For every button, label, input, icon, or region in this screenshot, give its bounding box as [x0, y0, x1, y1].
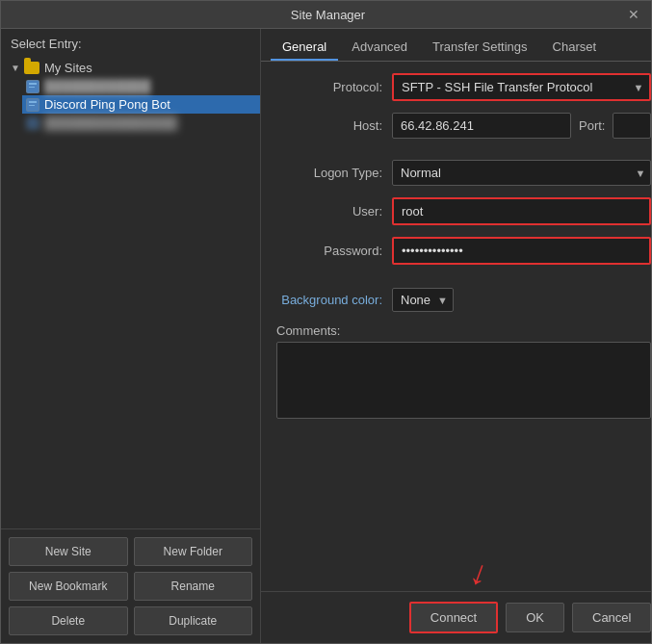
svg-rect-1	[29, 83, 37, 85]
logon-type-label: Logon Type:	[276, 166, 392, 180]
logon-type-select[interactable]: Normal	[392, 160, 651, 186]
tabs: General Advanced Transfer Settings Chars…	[261, 29, 651, 62]
rename-button[interactable]: Rename	[134, 572, 253, 601]
port-input[interactable]	[613, 113, 651, 139]
svg-rect-5	[29, 105, 35, 106]
user-row: User:	[276, 197, 651, 225]
tab-advanced[interactable]: Advanced	[340, 35, 419, 61]
svg-rect-2	[29, 87, 35, 88]
password-label: Password:	[276, 244, 392, 258]
duplicate-button[interactable]: Duplicate	[134, 606, 253, 635]
new-folder-button[interactable]: New Folder	[134, 537, 253, 566]
select-entry-label: Select Entry:	[1, 29, 260, 55]
svg-rect-4	[29, 101, 37, 103]
folder-icon	[24, 62, 39, 74]
bg-color-select[interactable]: None	[392, 288, 454, 312]
bottom-bar: ↓ Connect OK Cancel	[261, 591, 651, 643]
comments-label: Comments:	[276, 323, 651, 338]
site-icon-2	[26, 116, 39, 130]
tree-folder-mysites[interactable]: ▼ My Sites	[1, 59, 260, 77]
protocol-label: Protocol:	[276, 80, 392, 94]
port-label: Port:	[579, 118, 605, 133]
protocol-select-wrapper: SFTP - SSH File Transfer Protocol ▼	[392, 73, 651, 101]
close-button[interactable]: ✕	[626, 7, 641, 22]
comments-section: Comments:	[276, 323, 651, 422]
logon-type-row: Logon Type: Normal ▼	[276, 160, 651, 186]
dialog-title: Site Manager	[30, 8, 626, 22]
new-bookmark-button[interactable]: New Bookmark	[9, 572, 128, 601]
user-input[interactable]	[392, 197, 651, 225]
tree-site-2[interactable]: ███████████████	[22, 114, 260, 132]
main-content: Select Entry: ▼ My Sites ████████████	[1, 29, 651, 643]
left-buttons: New Site New Folder New Bookmark Rename …	[1, 528, 260, 643]
tree-child-area: ████████████ Discord Ping Pong Bot	[22, 77, 260, 132]
bg-color-wrapper: None ▼	[392, 288, 454, 312]
folder-name: My Sites	[44, 61, 92, 75]
password-row: Password:	[276, 237, 651, 265]
bg-color-row: Background color: None ▼	[276, 288, 651, 312]
site-1-name: ████████████	[44, 79, 151, 93]
tab-charset[interactable]: Charset	[541, 35, 609, 61]
ok-button[interactable]: OK	[506, 603, 564, 632]
form-area: Protocol: SFTP - SSH File Transfer Proto…	[261, 62, 651, 591]
site-discord-name: Discord Ping Pong Bot	[44, 97, 170, 112]
left-panel: Select Entry: ▼ My Sites ████████████	[1, 29, 261, 643]
password-input[interactable]	[392, 237, 651, 265]
host-row: Host: Port:	[276, 113, 651, 139]
tree-site-discord[interactable]: Discord Ping Pong Bot	[22, 95, 260, 114]
connect-button[interactable]: Connect	[409, 602, 498, 633]
host-port-group: Port:	[392, 113, 651, 139]
right-panel: General Advanced Transfer Settings Chars…	[261, 29, 651, 643]
new-site-button[interactable]: New Site	[9, 537, 128, 566]
site-icon-discord	[26, 98, 39, 112]
tree-site-1[interactable]: ████████████	[22, 77, 260, 95]
user-label: User:	[276, 204, 392, 219]
site-icon-1	[26, 80, 39, 93]
delete-button[interactable]: Delete	[9, 606, 128, 635]
protocol-select[interactable]: SFTP - SSH File Transfer Protocol	[394, 75, 649, 99]
folder-arrow: ▼	[11, 63, 20, 73]
logon-type-wrapper: Normal ▼	[392, 160, 651, 186]
host-label: Host:	[276, 118, 392, 133]
protocol-row: Protocol: SFTP - SSH File Transfer Proto…	[276, 73, 651, 101]
cancel-button[interactable]: Cancel	[572, 603, 651, 632]
host-input[interactable]	[392, 113, 571, 139]
svg-rect-6	[27, 117, 39, 129]
titlebar: Site Manager ✕	[1, 1, 651, 29]
site-2-name: ███████████████	[44, 116, 177, 130]
tab-general[interactable]: General	[271, 35, 338, 61]
tab-transfer-settings[interactable]: Transfer Settings	[421, 35, 539, 61]
comments-textarea[interactable]	[276, 342, 651, 419]
site-manager-dialog: Site Manager ✕ Select Entry: ▼ My Sites	[0, 0, 652, 644]
tree-area: ▼ My Sites ████████████	[1, 55, 260, 528]
bg-color-label: Background color:	[276, 293, 392, 307]
